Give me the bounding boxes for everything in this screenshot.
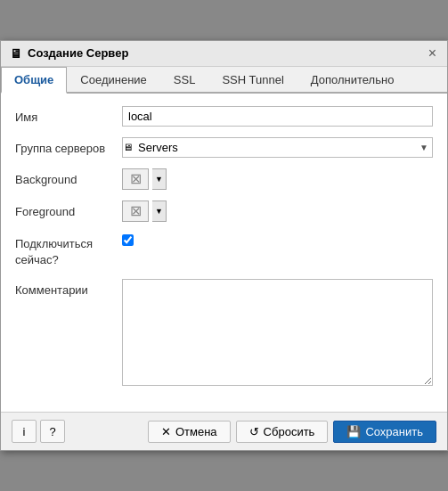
comments-control [122,279,433,389]
tabs-bar: Общие Соединение SSL SSH Tunnel Дополнит… [1,67,447,94]
background-x-icon: ⊠ [130,172,142,186]
save-label: Сохранить [365,425,423,438]
form-content: Имя Группа серверов 🖥 Servers ▼ Backgrou… [1,94,447,412]
server-group-select[interactable]: Servers [133,138,432,157]
comments-label: Комментарии [15,279,122,299]
foreground-row: Foreground ⊠ ▼ [15,200,433,222]
tab-ssh-tunnel[interactable]: SSH Tunnel [208,67,297,94]
name-label: Имя [15,106,122,126]
create-server-dialog: 🖥 Создание Сервер × Общие Соединение SSL… [0,40,448,451]
footer-left-buttons: i ? [12,420,65,443]
reset-label: Сбросить [264,425,315,438]
server-group-row: Группа серверов 🖥 Servers ▼ [15,137,433,158]
connect-now-row: Подключиться сейчас? [15,233,433,268]
background-row: Background ⊠ ▼ [15,168,433,190]
background-control: ⊠ ▼ [122,168,433,190]
name-input[interactable] [122,106,433,127]
cancel-icon: ✕ [161,425,171,438]
background-color-dropdown-btn[interactable]: ▼ [152,168,167,190]
comments-row: Комментарии [15,279,433,389]
tab-advanced[interactable]: Дополнительно [297,67,408,94]
comments-textarea[interactable] [122,279,433,386]
connect-now-label: Подключиться сейчас? [15,233,122,268]
title-bar: 🖥 Создание Сервер × [1,41,447,67]
connect-now-checkbox[interactable] [122,234,134,246]
cancel-button[interactable]: ✕ Отмена [148,421,231,443]
name-row: Имя [15,106,433,127]
server-group-select-wrapper: 🖥 Servers ▼ [122,137,433,158]
cancel-label: Отмена [175,425,217,438]
info-icon: i [23,425,26,438]
info-button[interactable]: i [12,420,37,443]
connect-now-checkbox-row [122,233,433,246]
foreground-x-icon: ⊠ [130,204,142,218]
save-icon: 💾 [346,425,361,438]
foreground-color-box[interactable]: ⊠ [122,200,149,222]
foreground-label: Foreground [15,200,122,220]
dialog-title: Создание Сервер [28,46,128,60]
title-bar-left: 🖥 Создание Сервер [10,46,128,61]
help-button[interactable]: ? [40,420,65,443]
tab-connection[interactable]: Соединение [67,67,160,94]
close-button[interactable]: × [427,46,438,61]
reset-button[interactable]: ↺ Сбросить [236,421,329,443]
name-control [122,106,433,127]
background-color-picker: ⊠ ▼ [122,168,433,190]
server-group-label: Группа серверов [15,137,122,157]
foreground-color-picker: ⊠ ▼ [122,200,433,222]
tab-general[interactable]: Общие [1,67,67,94]
reset-icon: ↺ [249,425,259,438]
background-color-box[interactable]: ⊠ [122,168,149,190]
tab-ssl[interactable]: SSL [160,67,209,94]
connect-now-control [122,233,433,246]
background-label: Background [15,168,122,188]
foreground-color-dropdown-btn[interactable]: ▼ [152,200,167,222]
server-group-control: 🖥 Servers ▼ [122,137,433,158]
foreground-control: ⊠ ▼ [122,200,433,222]
help-icon: ? [49,425,55,438]
server-group-icon: 🖥 [123,142,133,152]
footer: i ? ✕ Отмена ↺ Сбросить 💾 Сохранить [1,412,447,450]
save-button[interactable]: 💾 Сохранить [333,421,436,443]
footer-right-buttons: ✕ Отмена ↺ Сбросить 💾 Сохранить [148,421,436,443]
dialog-icon: 🖥 [10,46,22,61]
